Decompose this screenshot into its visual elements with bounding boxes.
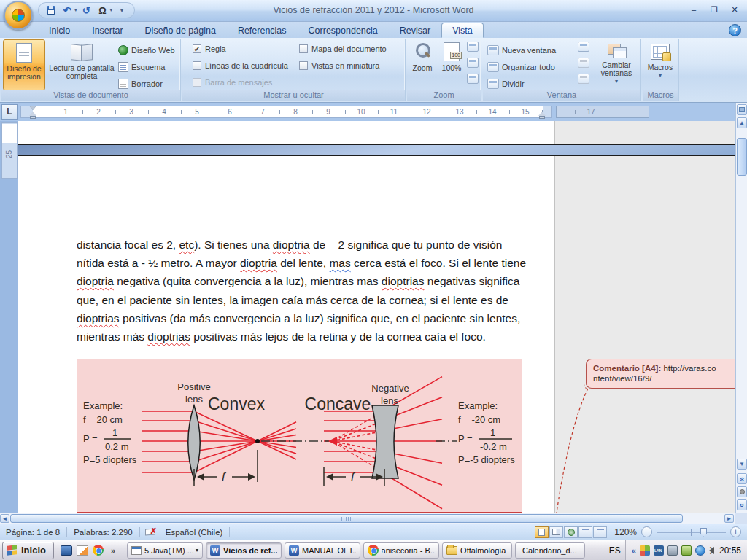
new-window-button[interactable]: Nueva ventana xyxy=(487,43,556,58)
restore-button[interactable]: ❐ xyxy=(706,3,722,16)
zoom-level[interactable]: 120% xyxy=(614,527,637,537)
select-browse-object-button[interactable] xyxy=(737,486,747,497)
scroll-left-arrow[interactable]: ◄ xyxy=(0,514,9,523)
office-button[interactable] xyxy=(4,1,33,30)
scroll-down-arrow[interactable]: ▼ xyxy=(737,459,747,470)
tab-revisar[interactable]: Revisar xyxy=(389,23,441,38)
document-line-5[interactable]: dioptrias positivas (da más convergencia… xyxy=(77,309,554,327)
document-line-1[interactable]: distancia focal es 2, etc). Si tienes un… xyxy=(77,236,554,254)
tab-selector-button[interactable]: L xyxy=(1,104,18,120)
chrome-icon[interactable] xyxy=(93,545,104,556)
language-bar[interactable]: ES xyxy=(605,545,625,556)
zoom-button[interactable]: Zoom xyxy=(409,39,436,90)
taskbar-item-calendario-d-[interactable]: Calendario_d... xyxy=(515,542,585,559)
view-side-by-side-button[interactable] xyxy=(578,42,589,52)
messenger-icon[interactable] xyxy=(640,545,650,556)
arrange-all-button[interactable]: Organizar todo xyxy=(487,60,555,74)
taskbar-item-oftalmolog-a[interactable]: Oftalmología xyxy=(442,542,512,559)
group-dropdown-icon[interactable]: ▾ xyxy=(196,547,198,553)
volume-icon[interactable] xyxy=(709,547,714,554)
spelling-error: dioptria xyxy=(240,257,277,269)
document-paragraph[interactable]: distancia focal es 2, etc). Si tienes un… xyxy=(77,236,554,346)
lens-diagram-figure[interactable]: Positive lens Convex Concave Negative le… xyxy=(77,359,522,513)
tab-inicio[interactable]: Inicio xyxy=(38,23,81,38)
close-button[interactable]: ✕ xyxy=(727,3,743,16)
clock[interactable]: 20:55 xyxy=(718,545,741,556)
split-button[interactable]: Dividir xyxy=(487,77,525,91)
quick-launch-overflow-chevron[interactable]: » xyxy=(108,546,118,555)
start-button[interactable]: Inicio xyxy=(2,542,54,559)
web-layout-button[interactable]: Diseño Web xyxy=(118,43,175,58)
scroll-up-arrow[interactable]: ▲ xyxy=(737,117,747,128)
next-page-button[interactable]: « xyxy=(737,499,747,510)
vertical-ruler-number: 25 xyxy=(5,150,13,158)
scroll-right-arrow[interactable]: ► xyxy=(724,514,734,523)
zoom-out-button[interactable]: − xyxy=(641,526,652,537)
left-indent-marker[interactable] xyxy=(30,116,36,119)
macros-button[interactable]: Macros ▾ xyxy=(644,39,676,90)
zoom-slider-thumb[interactable] xyxy=(700,528,707,537)
switch-windows-button[interactable]: Cambiar ventanas ▾ xyxy=(594,39,639,90)
tray-chevron-icon[interactable]: « xyxy=(632,546,636,555)
draft-view-button[interactable]: Borrador xyxy=(118,77,163,91)
zoom-in-button[interactable]: + xyxy=(730,526,741,537)
document-line-4[interactable]: que, en el paciente sin lentes, la image… xyxy=(77,291,554,309)
minimize-button[interactable]: – xyxy=(686,3,702,16)
one-page-button[interactable] xyxy=(467,42,479,52)
comment-balloon[interactable]: Comentario [A4]: http://varas.co ntent/v… xyxy=(586,359,735,389)
arrange-all-icon xyxy=(487,62,499,72)
outline-view-button[interactable]: Esquema xyxy=(118,60,165,74)
thumbnails-checkbox[interactable]: Vistas en miniatura xyxy=(299,61,379,70)
taskbar-item-anisecoria-b-[interactable]: anisecoria - B... xyxy=(363,542,439,559)
zoom-100-button[interactable]: 100% xyxy=(438,39,465,90)
first-line-indent-marker[interactable] xyxy=(29,106,36,110)
document-line-2[interactable]: nítida está a - ½ metro. A mayor dioptri… xyxy=(77,254,554,272)
taskbar-item-manual-oft-[interactable]: WMANUAL OFT... xyxy=(285,542,360,559)
show-desktop-icon[interactable] xyxy=(61,545,72,556)
gridlines-checkbox[interactable]: Líneas de la cuadrícula xyxy=(193,61,288,70)
print-layout-button[interactable]: Diseño de impresión xyxy=(3,39,45,90)
tab-correspondencia[interactable]: Correspondencia xyxy=(298,23,389,38)
tab-insertar[interactable]: Insertar xyxy=(81,23,133,38)
taskbar-item-vicios-de-ref-[interactable]: WVicios de ref... xyxy=(206,542,282,559)
network-icon[interactable] xyxy=(695,545,705,556)
two-pages-button[interactable] xyxy=(467,58,479,68)
ruler-checkbox[interactable]: ✔Regla xyxy=(193,44,226,53)
page-1-bottom[interactable] xyxy=(18,121,554,144)
page-indicator[interactable]: Página: 1 de 8 xyxy=(4,528,61,537)
help-button[interactable]: ? xyxy=(729,24,741,36)
taskbar-item-5-java-tm-[interactable]: 5 Java(TM) ...▾ xyxy=(127,542,203,559)
proofing-errors-icon[interactable]: ✗ xyxy=(145,528,157,537)
system-tray: « 20:55 xyxy=(625,540,747,560)
quick-launch-app-icon[interactable] xyxy=(77,545,88,556)
spelling-error: dioptrias xyxy=(147,330,190,343)
vertical-scrollbar[interactable]: ▲ ▼ « « xyxy=(735,103,747,524)
document-map-checkbox[interactable]: Mapa del documento xyxy=(299,44,387,53)
document-line-6[interactable]: mientras más dioptrias positivas más lej… xyxy=(77,327,554,346)
tab-referencias[interactable]: Referencias xyxy=(227,23,298,38)
fullscreen-reading-button[interactable]: Lectura de pantalla completa xyxy=(48,39,115,90)
web-layout-view-button[interactable] xyxy=(564,526,578,538)
fullscreen-view-button[interactable] xyxy=(549,526,563,538)
tab-diseño-de-página[interactable]: Diseño de página xyxy=(134,23,227,38)
power-plug-icon[interactable] xyxy=(681,545,692,556)
vertical-scroll-thumb[interactable] xyxy=(737,138,747,176)
page-break-separator[interactable] xyxy=(18,144,735,156)
page-width-button[interactable] xyxy=(467,74,479,84)
horizontal-scrollbar[interactable]: ◄ ► xyxy=(0,513,735,524)
horizontal-scroll-thumb[interactable] xyxy=(10,514,683,523)
outline-view-button-status[interactable] xyxy=(578,526,592,538)
lan-connection-icon[interactable] xyxy=(654,545,664,556)
view-ruler-toggle-button[interactable] xyxy=(737,104,747,115)
tab-vista[interactable]: Vista xyxy=(441,23,484,38)
word-count[interactable]: Palabras: 2.290 xyxy=(72,528,134,537)
vertical-ruler[interactable]: 25 xyxy=(1,122,18,179)
previous-page-button[interactable]: « xyxy=(737,473,747,484)
ruler-quarter-dot xyxy=(419,112,419,112)
display-settings-icon[interactable] xyxy=(667,545,678,556)
print-layout-view-button[interactable] xyxy=(535,526,549,538)
draft-view-button-status[interactable] xyxy=(593,526,607,538)
zoom-slider-track[interactable] xyxy=(657,532,726,533)
language-indicator[interactable]: Español (Chile) xyxy=(164,528,225,537)
document-line-3[interactable]: dioptria negativa (quita convergencia a … xyxy=(77,272,554,290)
